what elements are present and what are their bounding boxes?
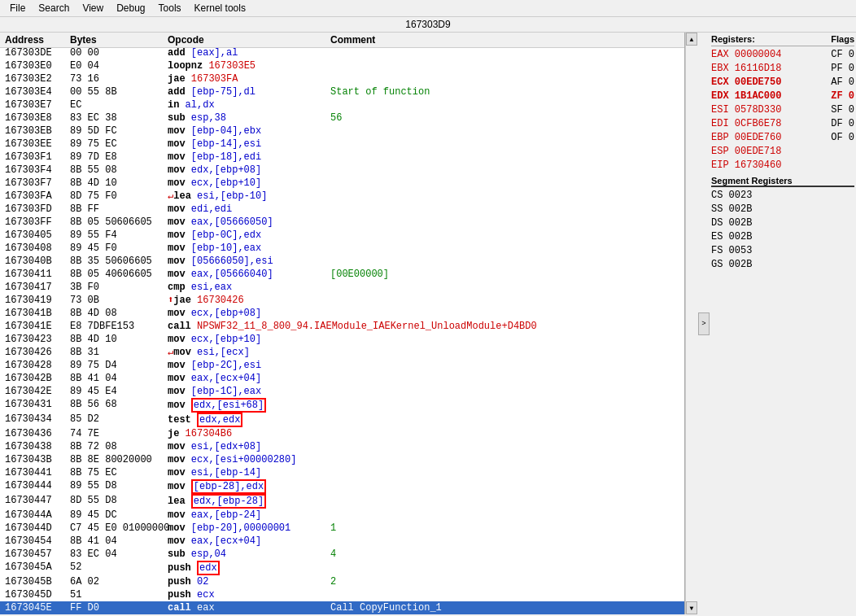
cell-address: 1673042B xyxy=(2,372,67,385)
cell-address: 16730417 xyxy=(2,281,67,294)
vertical-scrollbar[interactable]: ▲ ▼ xyxy=(685,33,698,614)
menu-tools[interactable]: Tools xyxy=(152,2,188,15)
cell-bytes: 8B 05 40606605 xyxy=(67,268,164,281)
table-row[interactable]: 167304318B 56 68mov edx,[esi+68] xyxy=(0,398,684,413)
table-row[interactable]: 1673043485 D2test edx,edx xyxy=(0,413,684,427)
reg-name-val: ESI 0578D330 xyxy=(711,103,781,117)
cell-comment: 56 xyxy=(327,111,683,125)
table-row[interactable]: 1673045EFF D0call eaxCall CopyFunction_1 xyxy=(0,601,684,614)
table-row[interactable]: 167303DE00 00add [eax],al xyxy=(0,48,684,59)
table-row[interactable]: 1673044A89 45 DCmov eax,[ebp-24] xyxy=(0,509,684,522)
table-row[interactable]: 167304418B 75 ECmov esi,[ebp-14] xyxy=(0,466,684,479)
cell-comment xyxy=(327,72,683,85)
table-row[interactable]: 1673040B8B 35 50606605mov [05666050],esi xyxy=(0,255,684,268)
cell-opcode: mov eax,[ebp-24] xyxy=(164,509,327,522)
table-row[interactable]: 167304478D 55 D8lea edx,[ebp-28] xyxy=(0,494,684,509)
table-row[interactable]: 1673043B8B 8E 80020000mov ecx,[esi+00000… xyxy=(0,453,684,466)
table-row[interactable]: 167304388B 72 08mov esi,[edx+08] xyxy=(0,440,684,453)
cell-address: 1673044D xyxy=(2,522,67,535)
cell-address: 1673043B xyxy=(2,453,67,466)
menu-search[interactable]: Search xyxy=(32,2,76,15)
table-row[interactable]: 167304118B 05 40606605mov eax,[05666040]… xyxy=(0,268,684,281)
table-row[interactable]: 1673040589 55 F4mov [ebp-0C],edx xyxy=(0,229,684,242)
cell-address: 16730405 xyxy=(2,229,67,242)
reg-name-val: EDX 1B1AC000 xyxy=(711,90,781,103)
cell-address: 1673045E xyxy=(2,601,67,614)
table-row[interactable]: 167304238B 4D 10mov ecx,[ebp+10] xyxy=(0,333,684,346)
table-row[interactable]: 167304268B 31↵mov esi,[ecx] xyxy=(0,346,684,359)
table-row[interactable]: 1673040889 45 F0mov [ebp-10],eax xyxy=(0,242,684,255)
cell-comment xyxy=(327,203,683,216)
expand-panel-btn[interactable]: > xyxy=(698,312,710,335)
cell-comment xyxy=(327,294,683,307)
table-row[interactable]: 167303E273 16jae 167303FA xyxy=(0,72,684,85)
disasm-body[interactable]: 167303D93Faas 167303DA73 16→jae 167303F2… xyxy=(0,48,684,614)
table-row[interactable]: 167303E400 55 8Badd [ebp-75],dlStart of … xyxy=(0,85,684,98)
cell-comment xyxy=(327,125,683,138)
segment-row: SS 002B xyxy=(711,203,854,216)
cell-comment xyxy=(327,151,683,164)
cell-bytes: 89 55 D8 xyxy=(67,479,164,494)
scroll-down-btn[interactable]: ▼ xyxy=(686,601,697,614)
table-row[interactable]: 167303E7ECin al,dx xyxy=(0,98,684,111)
table-row[interactable]: 167303EB89 5D FCmov [ebp-04],ebx xyxy=(0,125,684,138)
cell-opcode: mov [ebp-1C],eax xyxy=(164,385,327,398)
menu-file[interactable]: File xyxy=(3,2,32,15)
segment-row: GS 002B xyxy=(711,258,854,272)
cell-bytes: 89 7D E8 xyxy=(67,151,164,164)
table-row[interactable]: 167303EE89 75 ECmov [ebp-14],esi xyxy=(0,138,684,151)
col-header-opcode: Opcode xyxy=(164,33,327,46)
table-row[interactable]: 167303FA8D 75 F0↵lea esi,[ebp-10] xyxy=(0,190,684,203)
cell-comment xyxy=(327,535,683,548)
cell-address: 16730419 xyxy=(2,294,67,307)
table-row[interactable]: 167304548B 41 04mov eax,[ecx+04] xyxy=(0,535,684,548)
cell-bytes: 8B 4D 10 xyxy=(67,333,164,346)
table-row[interactable]: 1673041EE8 7DBFE153call NPSWF32_11_8_800… xyxy=(0,320,684,333)
cell-opcode: mov [ebp-2C],esi xyxy=(164,359,327,372)
cell-opcode: mov eax,[05666050] xyxy=(164,216,327,229)
cell-bytes: 8B 41 04 xyxy=(67,372,164,385)
table-row[interactable]: 1673045B6A 02push 022 xyxy=(0,575,684,588)
cell-bytes: 89 75 D4 xyxy=(67,359,164,372)
table-row[interactable]: 1673043674 7Eje 167304B6 xyxy=(0,427,684,440)
cell-bytes: 8B FF xyxy=(67,203,164,216)
cell-opcode: jae 167303FA xyxy=(164,72,327,85)
table-row[interactable]: 1673045A52push edx xyxy=(0,561,684,575)
table-row[interactable]: 1673042B8B 41 04mov eax,[ecx+04] xyxy=(0,372,684,385)
table-row[interactable]: 1673044DC7 45 E0 01000000mov [ebp-20],00… xyxy=(0,522,684,535)
register-row: ESI 0578D330SF 0 xyxy=(711,103,854,117)
table-row[interactable]: 1673042889 75 D4mov [ebp-2C],esi xyxy=(0,359,684,372)
cell-opcode: mov [ebp-14],esi xyxy=(164,138,327,151)
table-row[interactable]: 167303FF8B 05 50606605mov eax,[05666050] xyxy=(0,216,684,229)
cell-comment: 4 xyxy=(327,548,683,561)
table-row[interactable]: 167303F189 7D E8mov [ebp-18],edi xyxy=(0,151,684,164)
table-row[interactable]: 167303F48B 55 08mov edx,[ebp+08] xyxy=(0,164,684,177)
table-row[interactable]: 167303F78B 4D 10mov ecx,[ebp+10] xyxy=(0,177,684,190)
cell-opcode: mov [ebp-10],eax xyxy=(164,242,327,255)
menu-kernel-tools[interactable]: Kernel tools xyxy=(188,2,252,15)
cell-address: 167303E7 xyxy=(2,98,67,111)
cell-comment xyxy=(327,216,683,229)
table-row[interactable]: 167303FD8B FFmov edi,edi xyxy=(0,203,684,216)
table-row[interactable]: 1673045783 EC 04sub esp,044 xyxy=(0,548,684,561)
table-row[interactable]: 1673042E89 45 E4mov [ebp-1C],eax xyxy=(0,385,684,398)
reg-name-val: EBX 16116D18 xyxy=(711,62,781,76)
cell-bytes: 51 xyxy=(67,588,164,601)
menu-view[interactable]: View xyxy=(76,2,110,15)
table-row[interactable]: 1673044489 55 D8mov [ebp-28],edx xyxy=(0,479,684,494)
table-row[interactable]: 1673041973 0B⬆jae 16730426 xyxy=(0,294,684,307)
scroll-up-btn[interactable]: ▲ xyxy=(686,33,697,46)
table-row[interactable]: 167303E883 EC 38sub esp,3856 xyxy=(0,111,684,125)
cell-opcode: mov [05666050],esi xyxy=(164,255,327,268)
segment-row: DS 002B xyxy=(711,216,854,230)
table-row[interactable]: 1673041B8B 4D 08mov ecx,[ebp+08] xyxy=(0,307,684,320)
cell-address: 16730444 xyxy=(2,479,67,494)
cell-opcode: mov [ebp-28],edx xyxy=(164,479,327,494)
segment-row: ES 002B xyxy=(711,230,854,244)
table-row[interactable]: 167303E0E0 04loopnz 167303E5 xyxy=(0,59,684,72)
menu-debug[interactable]: Debug xyxy=(110,2,151,15)
table-row[interactable]: 167304173B F0cmp esi,eax xyxy=(0,281,684,294)
flag-name-val: PF 0 xyxy=(831,62,854,76)
cell-opcode: push edx xyxy=(164,561,327,575)
table-row[interactable]: 1673045D51push ecx xyxy=(0,588,684,601)
